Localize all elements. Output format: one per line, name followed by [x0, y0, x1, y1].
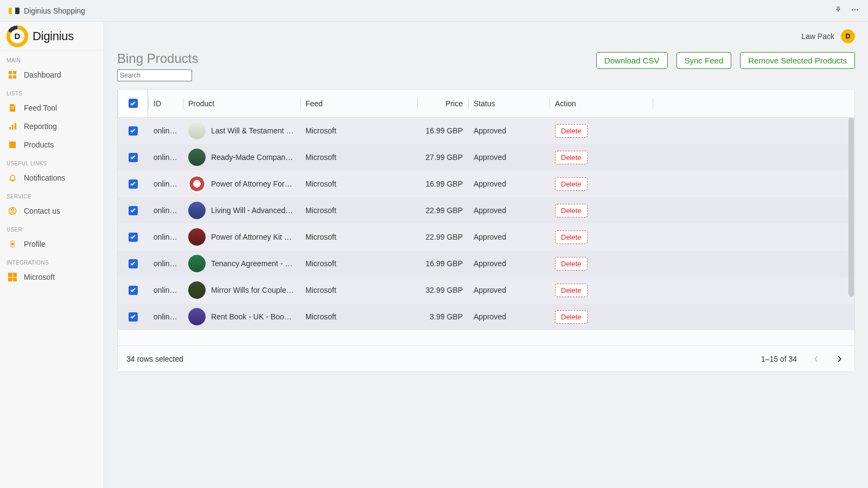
select-all-checkbox[interactable]: [129, 99, 138, 108]
col-header-feed[interactable]: Feed: [300, 89, 417, 117]
table-footer: 34 rows selected 1–15 of 34: [118, 345, 854, 371]
sidebar-nav: MAINDashboardLISTSFeed ToolReportingProd…: [0, 51, 104, 286]
content: Law Pack D Bing Products Download CSV Sy…: [104, 22, 868, 488]
row-check-cell[interactable]: [118, 144, 148, 170]
sync-feed-button[interactable]: Sync Feed: [676, 52, 732, 69]
cell-spacer: [653, 277, 854, 303]
cell-spacer: [653, 251, 854, 277]
row-check-cell[interactable]: [118, 251, 148, 277]
row-check-cell[interactable]: [118, 224, 148, 250]
sidebar: D Diginius MAINDashboardLISTSFeed ToolRe…: [0, 22, 104, 488]
sidebar-item-microsoft[interactable]: Microsoft: [0, 268, 104, 286]
col-header-spacer: [653, 89, 854, 117]
product-thumb-icon: [188, 255, 206, 272]
row-checkbox[interactable]: [129, 286, 138, 295]
cell-action: Delete: [550, 118, 653, 144]
row-checkbox[interactable]: [129, 153, 138, 162]
next-page-button[interactable]: [833, 352, 846, 365]
col-header-status[interactable]: Status: [468, 89, 550, 117]
titlebar: Diginius Shopping: [0, 0, 868, 22]
row-checkbox[interactable]: [129, 126, 138, 136]
row-checkbox[interactable]: [129, 233, 138, 242]
search-input[interactable]: [117, 69, 192, 81]
delete-button[interactable]: Delete: [555, 151, 588, 164]
products-table: ID Product Feed Price Status Action onli…: [117, 89, 855, 372]
product-name: Power of Attorney Form Pack: [211, 179, 295, 188]
cell-id: onlin…: [148, 277, 183, 303]
sidebar-item-label: Dashboard: [24, 70, 61, 79]
product-name: Power of Attorney Kit Power: [211, 233, 295, 241]
cell-product: Living Will - Advanced Decisions: [183, 197, 300, 223]
sidebar-item-label: Reporting: [24, 122, 57, 131]
cell-product: Ready-Made Company Minutes: [183, 144, 300, 170]
svg-rect-5: [9, 75, 12, 79]
remove-selected-button[interactable]: Remove Selected Products: [740, 52, 855, 69]
col-header-price[interactable]: Price: [417, 89, 468, 117]
cell-action: Delete: [550, 197, 653, 223]
more-icon[interactable]: [851, 5, 859, 16]
svg-rect-7: [11, 106, 14, 107]
sidebar-item-products[interactable]: Products: [0, 136, 104, 154]
delete-button[interactable]: Delete: [555, 230, 588, 244]
delete-button[interactable]: Delete: [555, 124, 588, 138]
delete-button[interactable]: Delete: [555, 284, 588, 297]
row-check-cell[interactable]: [118, 304, 148, 330]
cell-product: Power of Attorney Form Pack: [183, 171, 300, 197]
col-header-product[interactable]: Product: [183, 89, 300, 117]
content-header: Law Pack D: [104, 22, 868, 51]
sidebar-item-label: Profile: [24, 240, 46, 248]
rows-selected-text: 34 rows selected: [126, 355, 183, 363]
tenant-avatar-icon[interactable]: D: [841, 29, 855, 43]
row-check-cell[interactable]: [118, 197, 148, 223]
cell-product: Rent Book - UK - Book by: [183, 304, 300, 330]
delete-button[interactable]: Delete: [555, 204, 588, 217]
product-name: Ready-Made Company Minutes: [211, 153, 295, 162]
product-name: Tenancy Agreement - Unfurnished: [211, 259, 295, 268]
microsoft-icon: [8, 272, 17, 282]
table-row: onlin… Living Will - Advanced Decisions …: [118, 197, 854, 224]
grid-icon: [8, 70, 17, 80]
sidebar-item-dashboard[interactable]: Dashboard: [0, 66, 104, 84]
cell-action: Delete: [550, 224, 653, 250]
row-checkbox[interactable]: [129, 179, 138, 189]
sidebar-item-label: Feed Tool: [24, 104, 57, 112]
row-checkbox[interactable]: [129, 312, 138, 322]
product-name: Rent Book - UK - Book by: [211, 312, 295, 321]
download-csv-button[interactable]: Download CSV: [596, 52, 668, 69]
table-body: onlin… Last Will & Testament Standard Mi…: [118, 118, 854, 345]
prev-page-button[interactable]: [810, 352, 823, 365]
sidebar-item-reporting[interactable]: Reporting: [0, 117, 104, 136]
delete-button[interactable]: Delete: [555, 310, 588, 324]
product-name: Mirror Wills for Couples, Partners: [211, 286, 295, 294]
delete-button[interactable]: Delete: [555, 257, 588, 271]
cell-feed: Microsoft: [300, 277, 417, 303]
pin-icon[interactable]: [834, 6, 842, 15]
col-header-action[interactable]: Action: [550, 89, 653, 117]
sidebar-item-feed-tool[interactable]: Feed Tool: [0, 99, 104, 117]
select-all-cell[interactable]: [118, 89, 148, 117]
svg-rect-6: [13, 75, 16, 79]
sidebar-item-label: Microsoft: [24, 273, 55, 281]
cell-price: 22.99 GBP: [417, 224, 468, 250]
brand: D Diginius: [0, 22, 104, 51]
delete-button[interactable]: Delete: [555, 177, 588, 191]
user-circle-icon: [8, 206, 17, 216]
row-check-cell[interactable]: [118, 277, 148, 303]
row-check-cell[interactable]: [118, 118, 148, 144]
cell-id: onlin…: [148, 197, 183, 223]
row-checkbox[interactable]: [129, 259, 138, 268]
brand-logo-letter: D: [10, 29, 24, 43]
cell-feed: Microsoft: [300, 304, 417, 330]
row-checkbox[interactable]: [129, 206, 138, 215]
cell-price: 27.99 GBP: [417, 144, 468, 170]
sidebar-item-contact-us[interactable]: Contact us: [0, 202, 104, 220]
table-row: onlin… Ready-Made Company Minutes Micros…: [118, 144, 854, 171]
cell-status: Approved: [468, 171, 550, 197]
col-header-id[interactable]: ID: [148, 89, 183, 117]
table-scrollbar[interactable]: [848, 118, 854, 297]
sidebar-item-notifications[interactable]: Notifications: [0, 169, 104, 187]
sidebar-item-profile[interactable]: Profile: [0, 235, 104, 253]
cell-price: 16.99 GBP: [417, 171, 468, 197]
product-thumb-icon: [188, 281, 206, 299]
row-check-cell[interactable]: [118, 171, 148, 197]
